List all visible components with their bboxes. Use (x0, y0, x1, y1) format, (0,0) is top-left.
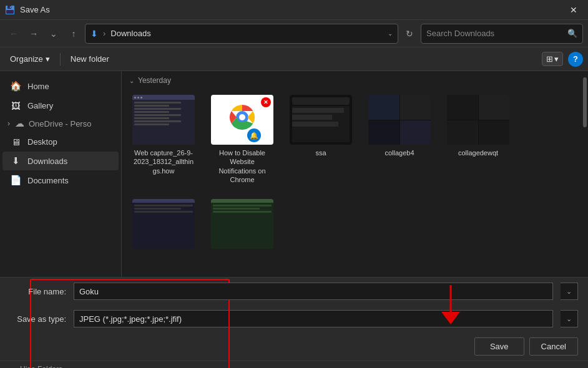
sidebar-label-gallery: Gallery (27, 101, 111, 110)
refresh-button[interactable]: ↻ (401, 25, 418, 42)
svg-rect-2 (10, 6, 11, 8)
thumbnail-grid: Web capture_26-9-2023_18312_allthings.ho… (129, 90, 581, 189)
sidebar-label-onedrive: OneDrive - Perso (29, 119, 114, 128)
documents-icon: 📄 (10, 175, 21, 186)
svg-point-7 (239, 114, 245, 120)
search-bar: 🔍 (421, 24, 583, 44)
filename-label: File name: (10, 287, 66, 296)
toolbar: Organize ▾ New folder ⊞ ▾ ? (0, 47, 588, 71)
gallery-icon: 🖼 (10, 100, 21, 111)
sidebar-item-gallery[interactable]: 🖼 Gallery (2, 96, 119, 115)
forward-button[interactable]: → (25, 25, 42, 42)
toolbar-separator (60, 53, 61, 65)
thumbnail-img-chrome: 🔔 ✕ (211, 95, 273, 145)
file-label-collageb4: collageb4 (385, 148, 414, 157)
title-bar-title: Save As (20, 5, 50, 14)
thumbnail-img-collagedewqt (447, 95, 509, 145)
sidebar-item-home[interactable]: 🏠 Home (2, 77, 119, 95)
filetype-select[interactable]: JPEG (*.jpg;*.jpeg;*.jpe;*.jfif) PNG (*.… (74, 310, 553, 327)
sidebar-label-downloads: Downloads (27, 157, 96, 166)
up-button[interactable]: ↑ (65, 25, 82, 42)
sidebar-label-home: Home (27, 82, 111, 91)
thumbnail-img-collageb4 (368, 95, 431, 145)
address-separator: › (103, 29, 105, 38)
svg-rect-1 (7, 6, 11, 9)
onedrive-expand-icon: › (7, 119, 10, 128)
new-folder-button[interactable]: New folder (66, 52, 114, 66)
organize-button[interactable]: Organize ▾ (5, 52, 55, 66)
file-label-chrome: How to Disable Website Notifications on … (211, 148, 273, 184)
close-button[interactable]: ✕ (564, 3, 583, 17)
section-toggle[interactable]: ⌄ (129, 77, 134, 84)
thumbnail-img-web-capture (132, 95, 195, 145)
filetype-label: Save as type: (10, 314, 66, 324)
onedrive-icon: ☁ (14, 118, 25, 129)
address-bar[interactable]: ⬇ › Downloads ⌄ (85, 24, 398, 44)
file-item-collagedewqt[interactable]: collagedewqt (444, 92, 512, 186)
dropdown-history-button[interactable]: ⌄ (45, 25, 62, 42)
filename-dropdown[interactable]: ⌄ (561, 283, 578, 300)
file-item-bottom2[interactable] (208, 196, 277, 251)
sidebar-label-desktop: Desktop (27, 137, 96, 147)
save-icon (5, 5, 15, 15)
main-area: 🏠 Home 🖼 Gallery › ☁ OneDrive - Perso 🖥 … (0, 71, 588, 277)
sidebar: 🏠 Home 🖼 Gallery › ☁ OneDrive - Perso 🖥 … (0, 71, 122, 277)
file-item-collageb4[interactable]: collageb4 (365, 92, 434, 186)
section-label: Yesterday (138, 76, 171, 85)
scrollbar-thumb[interactable] (583, 77, 587, 127)
organize-label: Organize (10, 54, 43, 64)
sidebar-item-downloads[interactable]: ⬇ Downloads 📌 (2, 152, 119, 170)
file-label-collagedewqt: collagedewqt (458, 148, 498, 157)
downloads-icon: ⬇ (10, 155, 21, 167)
cancel-button[interactable]: Cancel (529, 337, 578, 356)
file-label-ssa: ssa (315, 148, 326, 157)
back-button[interactable]: ← (5, 25, 22, 42)
hide-folders-label: Hide Folders (20, 365, 62, 368)
scrollbar-track[interactable] (583, 71, 587, 277)
search-input[interactable] (426, 29, 564, 38)
thumbnail-img-bottom2 (211, 199, 273, 249)
file-browser: ⌄ Yesterday (122, 71, 588, 277)
section-header: ⌄ Yesterday (129, 76, 581, 85)
search-icon: 🔍 (567, 29, 577, 38)
help-button[interactable]: ? (568, 52, 583, 67)
bottom-bar: File name: ⌄ Save as type: JPEG (*.jpg;*… (0, 277, 588, 368)
home-icon: 🏠 (10, 80, 21, 92)
view-icon: ⊞ (546, 54, 553, 64)
hide-folders-icon: ⌄ (10, 365, 16, 368)
sidebar-item-desktop[interactable]: 🖥 Desktop 📌 (2, 132, 119, 151)
file-label-web-capture: Web capture_26-9-2023_18312_allthings.ho… (132, 148, 195, 175)
file-item-ssa[interactable]: ssa (287, 92, 355, 186)
view-chevron: ▾ (554, 54, 559, 64)
hide-folders[interactable]: ⌄ Hide Folders (0, 361, 588, 368)
title-bar: Save As ✕ (0, 0, 588, 20)
nav-bar: ← → ⌄ ↑ ⬇ › Downloads ⌄ ↻ 🔍 (0, 20, 588, 47)
file-item-bottom1[interactable] (129, 196, 198, 251)
address-chevron[interactable]: ⌄ (388, 30, 393, 37)
thumbnail-img-bottom1 (132, 199, 195, 249)
file-item-web-capture[interactable]: Web capture_26-9-2023_18312_allthings.ho… (129, 92, 198, 186)
desktop-icon: 🖥 (10, 136, 21, 147)
title-bar-left: Save As (5, 5, 50, 15)
address-text: Downloads (110, 29, 383, 38)
svg-rect-3 (6, 10, 14, 14)
organize-chevron: ▾ (46, 54, 50, 64)
filetype-dropdown[interactable]: ⌄ (561, 310, 578, 327)
file-item-chrome[interactable]: 🔔 ✕ How to Disable Website Notifications… (208, 92, 277, 186)
new-folder-label: New folder (71, 54, 109, 64)
sidebar-item-documents[interactable]: 📄 Documents 📌 (2, 171, 119, 190)
sidebar-label-documents: Documents (27, 176, 96, 185)
save-button[interactable]: Save (474, 337, 524, 356)
filetype-row: Save as type: JPEG (*.jpg;*.jpeg;*.jpe;*… (0, 305, 588, 332)
address-bar-icon: ⬇ (91, 29, 98, 39)
thumbnail-img-ssa (290, 95, 352, 145)
view-button[interactable]: ⊞ ▾ (542, 52, 563, 66)
thumbnail-grid-row2 (129, 194, 581, 254)
sidebar-group-onedrive[interactable]: › ☁ OneDrive - Perso (0, 115, 121, 132)
filename-row: File name: ⌄ (0, 278, 588, 305)
action-bar: Save Cancel (0, 332, 588, 361)
filename-input[interactable] (74, 283, 553, 300)
